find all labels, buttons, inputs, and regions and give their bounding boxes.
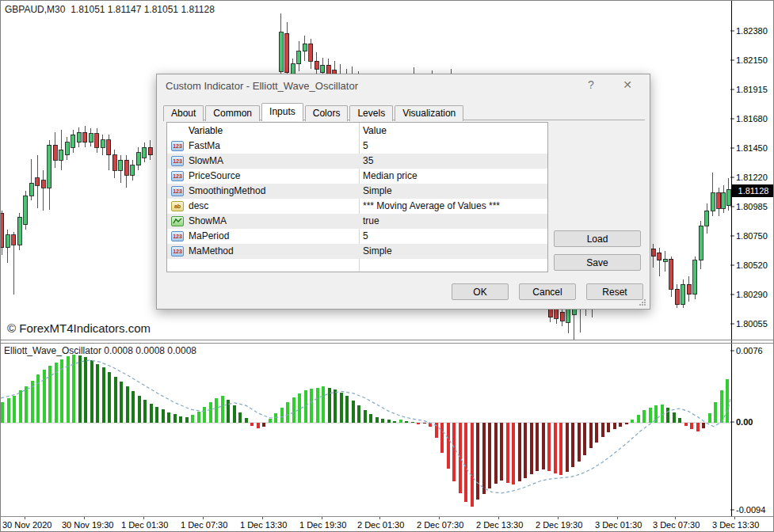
param-value[interactable]: true bbox=[363, 214, 379, 229]
price-axis-label: 1.82150 bbox=[736, 55, 768, 65]
time-axis-label: 3 Dec 13:30 bbox=[712, 520, 759, 530]
tab-visualization[interactable]: Visualization bbox=[395, 105, 463, 121]
time-axis-label: 2 Dec 01:30 bbox=[357, 520, 404, 530]
time-axis-label: 1 Dec 07:30 bbox=[181, 520, 227, 530]
help-icon[interactable]: ? bbox=[580, 78, 602, 94]
param-value[interactable]: 5 bbox=[363, 139, 368, 154]
price-axis-label: 1.80520 bbox=[736, 260, 768, 270]
table-header-row: VariableValue bbox=[167, 123, 547, 139]
price-axis-line bbox=[731, 1, 732, 516]
numeric-param-icon: 123 bbox=[171, 171, 184, 181]
numeric-param-icon: 123 bbox=[171, 156, 184, 166]
oscillator-canvas bbox=[1, 344, 774, 516]
table-row-MaPeriod[interactable]: 123MaPeriod5 bbox=[167, 229, 547, 244]
panel-separator-bottom[interactable] bbox=[1, 343, 774, 344]
table-row-ShowMA[interactable]: ShowMAtrue bbox=[167, 214, 547, 229]
time-axis-label: 2 Dec 19:30 bbox=[536, 520, 582, 530]
time-axis-label: 3 Dec 07:30 bbox=[653, 520, 700, 530]
param-name: desc bbox=[189, 199, 208, 214]
column-header-value: Value bbox=[363, 123, 387, 139]
table-row-desc[interactable]: abdesc*** Moving Average of Values *** bbox=[167, 199, 547, 214]
current-price-tag: 1.81128 bbox=[732, 184, 774, 197]
reset-button[interactable]: Reset bbox=[586, 283, 643, 300]
price-axis-label: 1.80750 bbox=[736, 231, 768, 241]
dialog-tab-bar: AboutCommonInputsColorsLevelsVisualizati… bbox=[163, 103, 645, 120]
price-axis-label: 1.81915 bbox=[736, 85, 768, 94]
table-row-PriceSource[interactable]: 123PriceSourceMedian price bbox=[167, 169, 547, 184]
resize-grip-icon[interactable] bbox=[639, 298, 646, 306]
numeric-param-icon: 123 bbox=[171, 186, 184, 196]
table-row-FastMa[interactable]: 123FastMa5 bbox=[167, 139, 547, 154]
param-name: SlowMA bbox=[189, 154, 223, 169]
time-axis-label: 30 Nov 2020 bbox=[2, 520, 51, 530]
dialog-titlebar[interactable]: Custom Indicator - Elliott_Wave_Oscillat… bbox=[157, 74, 650, 98]
watermark: © ForexMT4Indicators.com bbox=[7, 321, 151, 335]
tab-levels[interactable]: Levels bbox=[349, 105, 393, 121]
cancel-button[interactable]: Cancel bbox=[519, 283, 576, 300]
oscillator-axis-label: -0.0094 bbox=[736, 505, 765, 515]
price-axis-label: 1.80985 bbox=[736, 202, 768, 211]
param-name: SmoothingMethod bbox=[189, 184, 265, 199]
oscillator-label: Elliott_Wave_Oscillator 0.0008 0.0008 0.… bbox=[4, 345, 196, 356]
load-button[interactable]: Load bbox=[554, 230, 641, 247]
panel-separator-top[interactable] bbox=[1, 340, 774, 340]
param-name: ShowMA bbox=[189, 214, 227, 229]
table-row-SmoothingMethod[interactable]: 123SmoothingMethodSimple bbox=[167, 184, 547, 199]
param-value[interactable]: Median price bbox=[363, 169, 418, 184]
tab-about[interactable]: About bbox=[163, 105, 204, 121]
oscillator-axis-label: 0.0076 bbox=[736, 346, 763, 355]
numeric-param-icon: 123 bbox=[171, 246, 184, 256]
param-value[interactable]: 5 bbox=[363, 229, 368, 244]
time-axis-label: 3 Dec 01:30 bbox=[595, 520, 642, 530]
param-value[interactable]: Simple bbox=[363, 244, 392, 259]
column-header-variable: Variable bbox=[189, 123, 223, 139]
price-axis-label: 1.81450 bbox=[736, 143, 768, 153]
param-value[interactable]: 35 bbox=[363, 154, 373, 169]
param-name: MaPeriod bbox=[189, 229, 229, 244]
param-name: FastMa bbox=[189, 139, 220, 154]
time-axis-label: 30 Nov 19:30 bbox=[62, 520, 113, 530]
time-axis-separator bbox=[1, 516, 774, 517]
time-axis-label: 1 Dec 01:30 bbox=[121, 520, 168, 530]
tab-colors[interactable]: Colors bbox=[305, 105, 349, 121]
param-name: PriceSource bbox=[189, 169, 240, 184]
close-icon[interactable]: ✕ bbox=[616, 78, 639, 94]
price-axis-label: 1.82380 bbox=[736, 26, 768, 36]
param-name: MaMethod bbox=[189, 244, 234, 259]
indicator-dialog: Custom Indicator - Elliott_Wave_Oscillat… bbox=[156, 74, 650, 310]
histogram-layer bbox=[1, 355, 729, 507]
param-value[interactable]: *** Moving Average of Values *** bbox=[363, 199, 500, 214]
tab-common[interactable]: Common bbox=[205, 105, 260, 121]
numeric-param-icon: 123 bbox=[171, 231, 184, 241]
tab-inputs[interactable]: Inputs bbox=[261, 103, 303, 121]
time-axis-label: 2 Dec 13:30 bbox=[476, 520, 523, 530]
text-param-icon: ab bbox=[171, 201, 184, 211]
parameters-table: VariableValue123FastMa5123SlowMA35123Pri… bbox=[166, 122, 548, 272]
time-axis-label: 2 Dec 07:30 bbox=[417, 520, 463, 530]
price-axis-label: 1.81680 bbox=[736, 114, 768, 124]
numeric-param-icon: 123 bbox=[171, 141, 184, 151]
mt5-chart-window: GBPAUD,M30 1.81051 1.81147 1.81051 1.811… bbox=[0, 0, 774, 532]
symbol-title: GBPAUD,M30 1.81051 1.81147 1.81051 1.811… bbox=[5, 4, 215, 15]
oscillator-axis-label: 0.00 bbox=[736, 417, 753, 427]
price-axis-label: 1.81220 bbox=[736, 173, 768, 182]
ok-button[interactable]: OK bbox=[452, 283, 509, 300]
param-value[interactable]: Simple bbox=[363, 184, 392, 199]
price-axis-label: 1.80055 bbox=[736, 319, 768, 329]
time-axis-label: 1 Dec 19:30 bbox=[299, 520, 346, 530]
table-row-SlowMA[interactable]: 123SlowMA35 bbox=[167, 154, 547, 169]
table-row-MaMethod[interactable]: 123MaMethodSimple bbox=[167, 244, 547, 259]
price-axis-label: 1.80290 bbox=[736, 290, 768, 299]
chart-line-param-icon bbox=[171, 216, 184, 226]
time-axis-label: 1 Dec 13:30 bbox=[240, 520, 287, 530]
save-button[interactable]: Save bbox=[554, 254, 641, 271]
dialog-title: Custom Indicator - Elliott_Wave_Oscillat… bbox=[166, 80, 358, 92]
